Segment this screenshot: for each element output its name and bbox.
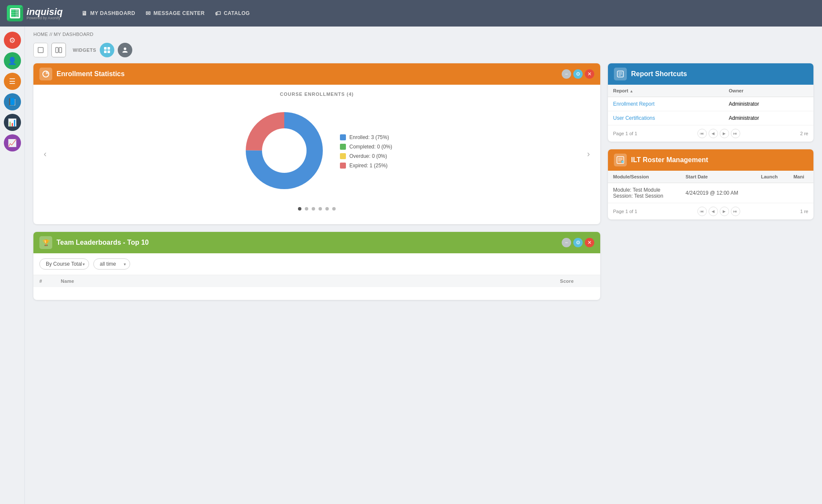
enrollment-report-link[interactable]: Enrollment Report: [613, 101, 655, 107]
sidebar-item-users[interactable]: 👤: [4, 52, 21, 69]
leaderboard-widget: 🏆 Team Leaderboards - Top 10 − ⚙ ✕ By C: [33, 232, 600, 300]
enrollment-settings-button[interactable]: ⚙: [573, 69, 583, 79]
leaderboard-settings-button[interactable]: ⚙: [573, 238, 583, 247]
report-last-page-button[interactable]: ⏭: [731, 129, 740, 138]
app-logo[interactable]: inquisiq Powered by Axonify: [7, 5, 63, 21]
leaderboard-close-button[interactable]: ✕: [585, 238, 594, 247]
layout-controls: WIDGETS: [33, 43, 813, 57]
svg-rect-0: [9, 8, 21, 19]
enrollment-widget-header: Enrollment Statistics − ⚙ ✕: [33, 63, 600, 85]
user-widget-button[interactable]: [118, 43, 132, 57]
course-filter-select[interactable]: By Course Total By Module Total: [39, 258, 89, 270]
report-shortcuts-title: Report Shortcuts: [631, 70, 807, 78]
legend-enrolled-color: [340, 134, 346, 140]
sidebar-item-content[interactable]: 📘: [4, 93, 21, 110]
col-number: #: [39, 279, 61, 284]
add-widget-button[interactable]: [100, 43, 114, 57]
ilt-start-col: Start Date: [680, 171, 756, 183]
sidebar-item-settings[interactable]: ⚙: [4, 32, 21, 49]
sidebar-item-analytics[interactable]: 📈: [4, 134, 21, 151]
report-prev-page-button[interactable]: ◀: [709, 129, 718, 138]
legend-expired-color: [340, 163, 346, 169]
right-column: Report Shortcuts Report ▲ Owner: [608, 63, 813, 300]
report-first-page-button[interactable]: ⏮: [697, 129, 707, 138]
enrollment-statistics-widget: Enrollment Statistics − ⚙ ✕ COURSE ENROL…: [33, 63, 600, 224]
single-column-layout-button[interactable]: [33, 43, 48, 57]
sort-arrow: ▲: [630, 89, 634, 93]
carousel-dot-2[interactable]: [305, 207, 308, 210]
carousel-next-button[interactable]: ›: [584, 147, 593, 160]
legend-completed-color: [340, 144, 346, 150]
legend-overdue: Overdue: 0 (0%): [340, 153, 392, 159]
logo-icon: [7, 5, 23, 21]
carousel-dots: [40, 204, 593, 217]
legend-expired-label: Expired: 1 (25%): [349, 163, 387, 169]
nav-dashboard[interactable]: 🖥 MY DASHBOARD: [81, 10, 135, 17]
ilt-roster-widget: ILT Roster Management Module/Session Sta…: [608, 149, 813, 219]
ilt-module-col: Module/Session: [608, 171, 680, 183]
report-shortcuts-icon: [614, 68, 627, 80]
svg-rect-9: [107, 50, 110, 53]
enrollment-widget-body: COURSE ENROLLMENTS (4) ‹: [33, 85, 600, 224]
ilt-pagination-buttons: ⏮ ◀ ▶ ⏭: [697, 207, 740, 216]
ilt-launch-col: Launch: [756, 171, 788, 183]
time-filter-select[interactable]: all time this week this month: [93, 258, 130, 270]
carousel-prev-button[interactable]: ‹: [40, 147, 50, 160]
carousel-dot-4[interactable]: [319, 207, 322, 210]
leaderboard-widget-controls: − ⚙ ✕: [562, 238, 594, 247]
sidebar: ⚙ 👤 ☰ 📘 📊 📈: [0, 27, 25, 504]
carousel-dot-3[interactable]: [312, 207, 315, 210]
user-certifications-link[interactable]: User Certifications: [613, 115, 655, 121]
enrollment-close-button[interactable]: ✕: [585, 69, 594, 79]
user-certifications-owner: Administrator: [724, 111, 813, 125]
svg-point-23: [621, 160, 624, 163]
enrollment-report-owner: Administrator: [724, 97, 813, 111]
ilt-last-page-button[interactable]: ⏭: [731, 207, 740, 216]
legend-completed: Completed: 0 (0%): [340, 144, 392, 150]
report-table: Report ▲ Owner Enrollment Report Adminis…: [608, 85, 813, 125]
two-column-layout-button[interactable]: [51, 43, 66, 57]
legend-expired: Expired: 1 (25%): [340, 163, 392, 169]
legend-enrolled-label: Enrolled: 3 (75%): [349, 134, 389, 140]
report-count: 2 re: [800, 131, 808, 136]
ilt-next-page-button[interactable]: ▶: [720, 207, 729, 216]
table-row: Module: Test Module Session: Test Sessio…: [608, 183, 813, 203]
ilt-mani-cell: [788, 183, 813, 203]
carousel-dot-6[interactable]: [332, 207, 336, 210]
ilt-roster-title: ILT Roster Management: [631, 156, 807, 164]
svg-rect-6: [104, 47, 107, 50]
ilt-first-page-button[interactable]: ⏮: [697, 207, 707, 216]
main-content: HOME // MY DASHBOARD WIDGETS: [25, 27, 822, 504]
legend-completed-label: Completed: 0 (0%): [349, 144, 392, 150]
nav-catalog[interactable]: 🏷 CATALOG: [215, 10, 250, 17]
table-row: User Certifications Administrator: [608, 111, 813, 125]
owner-col-header: Owner: [724, 85, 813, 97]
enrollment-minimize-button[interactable]: −: [562, 69, 571, 79]
enrollment-header-icon: [39, 68, 52, 80]
col-score: Score: [560, 279, 594, 284]
carousel-dot-5[interactable]: [325, 207, 329, 210]
carousel-dot-1[interactable]: [298, 207, 301, 210]
leaderboard-table-header: # Name Score: [33, 275, 600, 287]
col-name: Name: [61, 279, 560, 284]
leaderboard-minimize-button[interactable]: −: [562, 238, 571, 247]
leaderboard-widget-header: 🏆 Team Leaderboards - Top 10 − ⚙ ✕: [33, 232, 600, 253]
leaderboard-empty: [33, 287, 600, 300]
svg-rect-3: [38, 47, 43, 53]
legend-overdue-color: [340, 153, 346, 159]
sidebar-item-courses[interactable]: ☰: [4, 73, 21, 90]
ilt-mani-col: Mani: [788, 171, 813, 183]
nav-items: 🖥 MY DASHBOARD ✉ MESSAGE CENTER 🏷 CATALO…: [81, 10, 250, 17]
chart-area: Enrolled: 3 (75%) Completed: 0 (0%) Over…: [233, 104, 401, 204]
breadcrumb: HOME // MY DASHBOARD: [33, 32, 813, 37]
report-next-page-button[interactable]: ▶: [720, 129, 729, 138]
report-page-info: Page 1 of 1: [613, 131, 637, 136]
ilt-count: 1 re: [800, 209, 808, 214]
table-row: Enrollment Report Administrator: [608, 97, 813, 111]
ilt-prev-page-button[interactable]: ◀: [709, 207, 718, 216]
ilt-launch-cell: [756, 183, 788, 203]
nav-message-center[interactable]: ✉ MESSAGE CENTER: [146, 10, 205, 17]
report-shortcuts-body: Report ▲ Owner Enrollment Report Adminis…: [608, 85, 813, 142]
donut-chart: [241, 108, 327, 195]
sidebar-item-reports[interactable]: 📊: [4, 114, 21, 131]
